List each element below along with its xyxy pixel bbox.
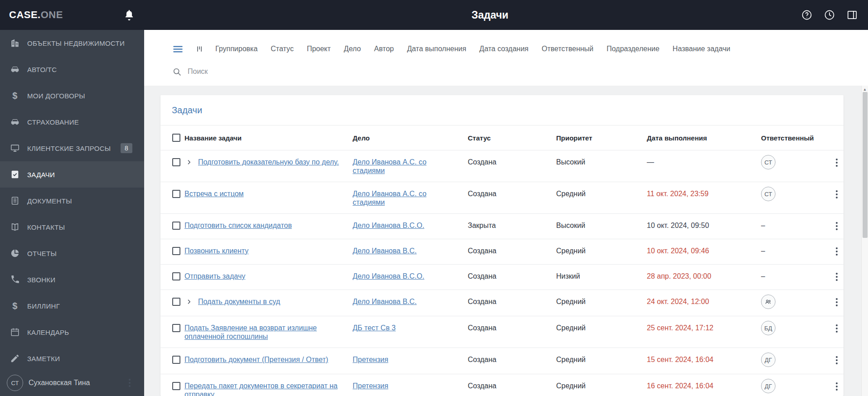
sidebar-item-contacts[interactable]: КОНТАКТЫ: [0, 214, 144, 240]
case-link[interactable]: Дело Иванова А.С. со стадиями: [353, 189, 450, 207]
sidebar-item-auto[interactable]: АВТО/ТС: [0, 56, 144, 82]
help-icon[interactable]: [801, 9, 813, 21]
sidebar-item-label: ОБЪЕКТЫ НЕДВИЖИМОСТИ: [27, 39, 125, 47]
assignee-avatar[interactable]: СТ: [761, 187, 776, 201]
case-link[interactable]: Претензия: [353, 355, 450, 364]
sidebar-item-label: КОНТАКТЫ: [27, 223, 65, 231]
row-menu-kebab-icon[interactable]: [834, 381, 839, 392]
row-checkbox[interactable]: [172, 298, 180, 306]
due-date-cell: 10 окт. 2024, 09:46: [647, 246, 761, 255]
scroll-thumb[interactable]: [863, 92, 868, 238]
case-link[interactable]: Дело Иванова В.С.О.: [353, 221, 450, 230]
topbar-actions: [801, 0, 858, 30]
assignee-avatar[interactable]: ДГ: [761, 353, 776, 367]
filter-7[interactable]: Ответственный: [542, 45, 593, 53]
sidebar-item-calendar[interactable]: КАЛЕНДАРЬ: [0, 319, 144, 345]
table-row: Передать пакет документов в секретариат …: [160, 374, 844, 396]
sidebar-item-reports[interactable]: ОТЧЕТЫ: [0, 240, 144, 266]
expand-chevron-icon[interactable]: [185, 159, 193, 166]
filter-4[interactable]: Автор: [374, 45, 394, 53]
filter-2[interactable]: Проект: [307, 45, 331, 53]
search-input[interactable]: [188, 68, 378, 76]
status-cell: Создана: [468, 189, 556, 198]
task-title-link[interactable]: Подать Заявление на возврат излишне опла…: [184, 324, 339, 341]
sidebar-item-real-estate[interactable]: ОБЪЕКТЫ НЕДВИЖИМОСТИ: [0, 30, 144, 56]
filter-6[interactable]: Дата создания: [480, 45, 529, 53]
column-settings-icon[interactable]: [195, 44, 204, 54]
case-link[interactable]: Дело Иванова В.С.: [353, 297, 450, 306]
row-menu-kebab-icon[interactable]: [834, 271, 839, 283]
app-logo[interactable]: CASE.ONE: [9, 0, 63, 30]
history-clock-icon[interactable]: [824, 9, 835, 21]
task-title-link[interactable]: Передать пакет документов в секретариат …: [184, 382, 339, 396]
sidebar-item-contracts[interactable]: $МОИ ДОГОВОРЫ: [0, 82, 144, 109]
menu-hamburger-icon[interactable]: [172, 43, 184, 55]
scroll-up-arrow-icon[interactable]: ▲: [862, 86, 868, 92]
notifications-bell-icon[interactable]: [123, 9, 136, 21]
row-menu-kebab-icon[interactable]: [834, 246, 839, 257]
row-checkbox[interactable]: [172, 324, 180, 332]
sidebar-item-billing[interactable]: $БИЛЛИНГ: [0, 293, 144, 319]
task-title-link[interactable]: Встреча с истцом: [184, 189, 244, 198]
case-link[interactable]: Претензия: [353, 382, 450, 390]
row-menu-kebab-icon[interactable]: [834, 157, 839, 169]
select-all-checkbox[interactable]: [172, 134, 180, 142]
case-link[interactable]: ДБ тест Св 3: [353, 324, 450, 332]
due-date-cell: 24 окт. 2024, 12:00: [647, 297, 761, 306]
row-checkbox[interactable]: [172, 272, 180, 280]
task-title-link[interactable]: Подготовить список кандидатов: [184, 221, 292, 230]
col-header-status[interactable]: Статус: [468, 134, 556, 142]
sidebar-item-client-requests[interactable]: КЛИЕНТСКИЕ ЗАПРОСЫ8: [0, 135, 144, 161]
sidebar-item-tasks[interactable]: ЗАДАЧИ: [0, 161, 144, 188]
col-header-assignee[interactable]: Ответственный: [761, 134, 829, 142]
row-menu-kebab-icon[interactable]: [834, 188, 839, 200]
row-checkbox[interactable]: [172, 190, 180, 198]
sidebar-item-insurance[interactable]: СТРАХОВАНИЕ: [0, 109, 144, 135]
sidebar-item-label: БИЛЛИНГ: [27, 302, 60, 310]
task-title-link[interactable]: Позвонить клиенту: [184, 246, 248, 255]
col-header-case[interactable]: Дело: [353, 134, 468, 142]
row-menu-kebab-icon[interactable]: [834, 354, 839, 366]
col-header-priority[interactable]: Приоритет: [556, 134, 647, 142]
case-link[interactable]: Дело Иванова В.С.О.: [353, 272, 450, 280]
filter-0[interactable]: Группировка: [215, 45, 257, 53]
col-header-task-name[interactable]: Название задачи: [184, 134, 353, 142]
row-checkbox[interactable]: [172, 222, 180, 230]
case-link[interactable]: Дело Иванова А.С. со стадиями: [353, 158, 450, 175]
task-title-link[interactable]: Подготовить доказательную базу по делу.: [198, 158, 339, 166]
row-menu-kebab-icon[interactable]: [834, 220, 839, 232]
filter-5[interactable]: Дата выполнения: [407, 45, 466, 53]
assignee-avatar[interactable]: СТ: [761, 155, 776, 169]
layout-panel-icon[interactable]: [846, 9, 858, 21]
case-link[interactable]: Дело Иванова В.С.: [353, 246, 450, 255]
documents-icon: [10, 196, 20, 206]
assignee-group-avatar-icon[interactable]: [761, 295, 776, 309]
row-checkbox[interactable]: [172, 158, 180, 166]
user-avatar: СТ: [7, 375, 23, 391]
sidebar-item-notes[interactable]: ЗАМЕТКИ: [0, 345, 144, 372]
filter-3[interactable]: Дело: [344, 45, 361, 53]
row-menu-kebab-icon[interactable]: [834, 296, 839, 308]
filter-1[interactable]: Статус: [271, 45, 294, 53]
task-table-body: Подготовить доказательную базу по делу.Д…: [160, 150, 844, 396]
col-header-due-date[interactable]: Дата выполнения: [647, 134, 761, 142]
row-checkbox[interactable]: [172, 247, 180, 255]
filter-9[interactable]: Название задачи: [673, 45, 730, 53]
scrollbar[interactable]: ▲: [861, 86, 868, 396]
filter-8[interactable]: Подразделение: [606, 45, 659, 53]
expand-chevron-icon[interactable]: [185, 298, 193, 305]
row-checkbox[interactable]: [172, 382, 180, 390]
row-menu-kebab-icon[interactable]: [834, 323, 839, 334]
task-title-link[interactable]: Подготовить документ (Претензия / Ответ): [184, 355, 328, 364]
status-cell: Закрыта: [468, 221, 556, 230]
assignee-avatar[interactable]: ДГ: [761, 379, 776, 393]
task-title-link[interactable]: Подать документы в суд: [198, 297, 280, 306]
user-profile[interactable]: СТ Сухановская Тина: [0, 370, 144, 396]
sidebar-item-calls[interactable]: ЗВОНКИ: [0, 266, 144, 293]
task-title-link[interactable]: Отправить задачу: [184, 272, 245, 280]
sidebar-item-documents[interactable]: ДОКУМЕНТЫ: [0, 188, 144, 214]
assignee-avatar[interactable]: БД: [761, 321, 776, 335]
table-row: Позвонить клиентуДело Иванова В.С.Создан…: [160, 239, 844, 265]
row-checkbox[interactable]: [172, 356, 180, 364]
user-menu-kebab-icon[interactable]: [127, 377, 132, 389]
